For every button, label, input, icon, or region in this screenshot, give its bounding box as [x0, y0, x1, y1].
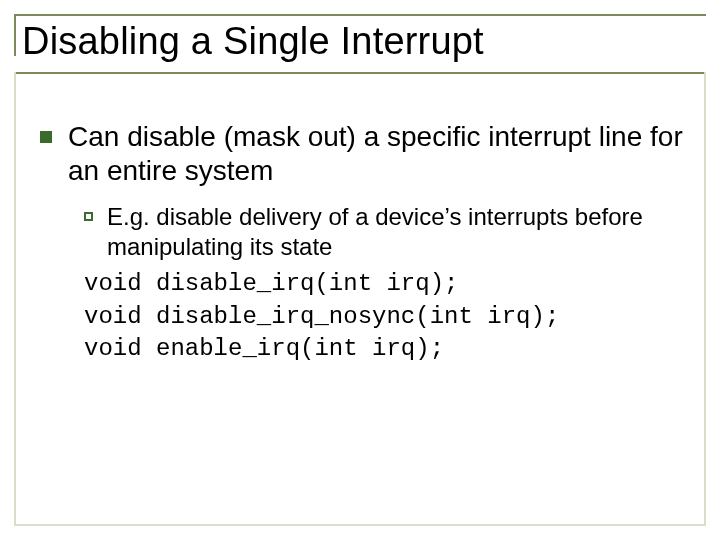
bullet-text: Can disable (mask out) a specific interr… [68, 120, 690, 188]
frame-bottom [14, 524, 706, 526]
code-block: void disable_irq(int irq); void disable_… [84, 268, 690, 365]
square-bullet-icon [40, 131, 52, 143]
frame-right [704, 72, 706, 526]
slide-body: Can disable (mask out) a specific interr… [40, 120, 690, 365]
title-rule-under [14, 72, 706, 74]
title-rule-top [14, 14, 706, 16]
bullet-level2: E.g. disable delivery of a device’s inte… [84, 202, 690, 262]
frame-left [14, 72, 16, 526]
sub-block: E.g. disable delivery of a device’s inte… [84, 202, 690, 262]
code-line: void disable_irq_nosync(int irq); [84, 301, 690, 333]
slide-title: Disabling a Single Interrupt [22, 20, 484, 63]
hollow-square-bullet-icon [84, 212, 93, 221]
slide: Disabling a Single Interrupt Can disable… [0, 0, 720, 540]
sub-bullet-text: E.g. disable delivery of a device’s inte… [107, 202, 690, 262]
code-line: void disable_irq(int irq); [84, 268, 690, 300]
bullet-level1: Can disable (mask out) a specific interr… [40, 120, 690, 188]
title-rule-left [14, 14, 16, 56]
code-line: void enable_irq(int irq); [84, 333, 690, 365]
